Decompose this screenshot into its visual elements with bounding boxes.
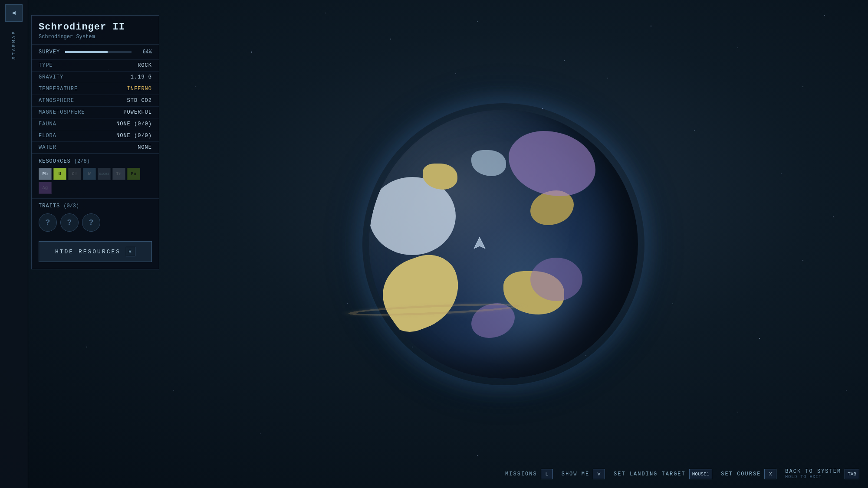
survey-bar <box>65 51 132 53</box>
svg-point-14 <box>455 73 456 74</box>
svg-point-9 <box>824 15 825 16</box>
landing-target-label: SET LANDING TARGET <box>614 471 686 477</box>
stat-label-atmosphere: ATMOSPHERE <box>32 95 102 107</box>
traits-section: TRAITS (0/3) ? ? ? <box>32 198 159 236</box>
svg-point-24 <box>802 260 803 261</box>
resource-ir: Ir <box>112 168 125 180</box>
stat-value-magnetosphere: POWERFUL <box>102 107 159 118</box>
svg-point-26 <box>86 347 87 347</box>
svg-point-11 <box>694 130 695 131</box>
back-to-system-key[interactable]: TAB <box>845 469 859 479</box>
svg-point-31 <box>781 173 781 174</box>
hud-set-course: SET COURSE X <box>721 469 776 479</box>
landing-target-key[interactable]: MOUSE1 <box>689 469 713 479</box>
hud-back-to-system: BACK TO SYSTEM HOLD TO EXIT TAB <box>785 468 859 479</box>
missions-label: MISSIONS <box>505 471 537 477</box>
svg-point-7 <box>651 26 651 26</box>
stat-label-fauna: FAUNA <box>32 118 102 130</box>
stat-row-type: TYPE ROCK <box>32 60 159 72</box>
missions-key[interactable]: L <box>541 469 553 479</box>
svg-point-30 <box>833 216 834 217</box>
svg-marker-32 <box>474 237 485 249</box>
traits-header: TRAITS (0/3) <box>39 203 152 209</box>
survey-percent: 64% <box>137 49 152 55</box>
stat-value-flora: NONE (0/0) <box>102 130 159 142</box>
stat-row-atmosphere: ATMOSPHERE STD CO2 <box>32 95 159 107</box>
resources-grid: Pb U Cl W SiCO3 Ir Pu Ag <box>39 168 152 194</box>
starmap-label: STARMAP <box>11 30 16 59</box>
svg-point-5 <box>477 21 478 22</box>
sidebar-toggle-button[interactable]: ◄ <box>5 4 23 22</box>
planet-name: Schrodinger II <box>39 22 152 33</box>
stat-row-water: WATER NONE <box>32 142 159 154</box>
resources-section: RESOURCES (2/8) Pb U Cl W SiCO3 Ir Pu Ag <box>32 154 159 198</box>
svg-point-29 <box>737 412 738 413</box>
trait-badge-2[interactable]: ? <box>60 213 79 232</box>
svg-point-12 <box>607 78 608 78</box>
svg-point-6 <box>564 60 565 61</box>
stat-label-magnetosphere: MAGNETOSPHERE <box>32 107 102 118</box>
hold-to-exit-label: HOLD TO EXIT <box>785 475 841 479</box>
hide-resources-key: R <box>126 247 135 256</box>
svg-point-27 <box>260 433 260 434</box>
svg-point-22 <box>759 338 760 339</box>
trait-badge-1[interactable]: ? <box>39 213 57 232</box>
hud-missions: MISSIONS L <box>505 469 553 479</box>
traits-grid: ? ? ? <box>39 213 152 232</box>
planet-atmosphere <box>362 103 644 385</box>
show-me-key[interactable]: V <box>593 469 605 479</box>
stat-value-fauna: NONE (0/0) <box>102 118 159 130</box>
hud-show-me: SHOW ME V <box>562 469 605 479</box>
panel-header: Schrodinger II Schrodinger System <box>32 16 159 45</box>
stat-label-temperature: TEMPERATURE <box>32 83 102 95</box>
resource-ag: Ag <box>39 182 52 194</box>
planet-container <box>369 110 638 379</box>
stat-row-fauna: FAUNA NONE (0/0) <box>32 118 159 130</box>
stat-value-gravity: 1.19 G <box>102 72 159 83</box>
svg-point-2 <box>251 52 252 52</box>
svg-point-15 <box>195 86 195 87</box>
show-me-label: SHOW ME <box>562 471 589 477</box>
info-panel: Schrodinger II Schrodinger System SURVEY… <box>31 15 159 269</box>
sidebar-left: ◄ STARMAP <box>0 0 28 488</box>
hud-landing-target: SET LANDING TARGET MOUSE1 <box>614 469 712 479</box>
resource-shco3: SiCO3 <box>98 168 111 180</box>
traits-title: TRAITS <box>39 203 60 209</box>
stat-row-temperature: TEMPERATURE INFERNO <box>32 83 159 95</box>
svg-point-3 <box>325 13 326 13</box>
traits-count: (0/3) <box>63 203 79 209</box>
bottom-hud: MISSIONS L SHOW ME V SET LANDING TARGET … <box>505 468 859 479</box>
resource-pu: Pu <box>127 168 140 180</box>
stats-table: TYPE ROCK GRAVITY 1.19 G TEMPERATURE INF… <box>32 60 159 154</box>
back-to-system-label: BACK TO SYSTEM <box>785 468 841 475</box>
stat-value-atmosphere: STD CO2 <box>102 95 159 107</box>
set-course-label: SET COURSE <box>721 471 761 477</box>
svg-point-25 <box>173 390 174 391</box>
trait-badge-3[interactable]: ? <box>82 213 100 232</box>
resources-header: RESOURCES (2/8) <box>39 158 152 164</box>
cursor-indicator <box>473 236 486 252</box>
stat-label-type: TYPE <box>32 60 102 72</box>
svg-point-8 <box>737 47 738 48</box>
resource-pb: Pb <box>39 168 52 180</box>
hide-resources-button[interactable]: HIDE RESOURCES R <box>39 241 152 262</box>
svg-point-10 <box>802 86 803 87</box>
resource-w: W <box>83 168 96 180</box>
set-course-key[interactable]: X <box>764 469 776 479</box>
collapse-icon: ◄ <box>12 10 16 16</box>
survey-bar-fill <box>65 51 108 53</box>
survey-label: SURVEY <box>39 49 60 55</box>
svg-point-28 <box>477 455 478 456</box>
resource-cl: Cl <box>68 168 81 180</box>
stat-value-temperature: INFERNO <box>102 83 159 95</box>
stat-label-gravity: GRAVITY <box>32 72 102 83</box>
stat-value-water: NONE <box>102 142 159 154</box>
resources-title: RESOURCES <box>39 158 71 164</box>
svg-point-23 <box>846 390 846 390</box>
stat-value-type: ROCK <box>102 60 159 72</box>
svg-point-4 <box>390 39 391 39</box>
stat-row-gravity: GRAVITY 1.19 G <box>32 72 159 83</box>
system-name: Schrodinger System <box>39 34 152 40</box>
svg-point-21 <box>672 303 673 304</box>
stat-row-magnetosphere: MAGNETOSPHERE POWERFUL <box>32 107 159 118</box>
